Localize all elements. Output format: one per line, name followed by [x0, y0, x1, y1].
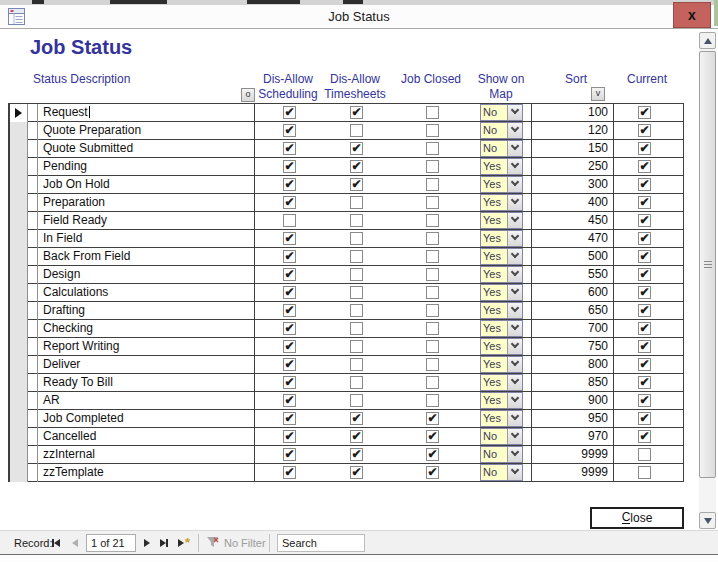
- current-checkbox[interactable]: [638, 250, 651, 263]
- sort-value-cell[interactable]: 750: [531, 338, 614, 356]
- show-on-map-combo[interactable]: Yes: [480, 176, 523, 193]
- status-description-cell[interactable]: Checking: [38, 320, 255, 338]
- sort-value-cell[interactable]: 500: [531, 248, 614, 266]
- dis-allow-scheduling-checkbox[interactable]: [283, 178, 296, 191]
- current-checkbox[interactable]: [638, 430, 651, 443]
- sort-header-mini-button[interactable]: v: [591, 87, 605, 101]
- record-selector[interactable]: [10, 284, 28, 302]
- dis-allow-scheduling-checkbox[interactable]: [283, 124, 296, 137]
- sort-value-cell[interactable]: 450: [531, 212, 614, 230]
- status-description-cell[interactable]: Design: [38, 266, 255, 284]
- show-on-map-combo[interactable]: Yes: [480, 158, 523, 175]
- show-on-map-combo[interactable]: No: [480, 464, 523, 481]
- dis-allow-timesheets-checkbox[interactable]: [350, 286, 363, 299]
- status-description-cell[interactable]: Ready To Bill: [38, 374, 255, 392]
- show-on-map-combo[interactable]: No: [480, 446, 523, 463]
- status-description-cell[interactable]: Quote Preparation: [38, 122, 255, 140]
- job-closed-checkbox[interactable]: [426, 232, 439, 245]
- record-selector[interactable]: [10, 464, 28, 482]
- dis-allow-timesheets-checkbox[interactable]: [350, 178, 363, 191]
- job-closed-checkbox[interactable]: [426, 304, 439, 317]
- show-on-map-dropdown-button[interactable]: [507, 375, 522, 390]
- job-closed-checkbox[interactable]: [426, 196, 439, 209]
- status-description-cell[interactable]: zzInternal: [38, 446, 255, 464]
- job-closed-checkbox[interactable]: [426, 412, 439, 425]
- dis-allow-timesheets-checkbox[interactable]: [350, 142, 363, 155]
- status-description-cell[interactable]: AR: [38, 392, 255, 410]
- status-description-cell[interactable]: Back From Field: [38, 248, 255, 266]
- dis-allow-scheduling-checkbox[interactable]: [283, 340, 296, 353]
- sort-value-cell[interactable]: 800: [531, 356, 614, 374]
- dis-allow-scheduling-checkbox[interactable]: [283, 214, 296, 227]
- show-on-map-dropdown-button[interactable]: [507, 231, 522, 246]
- dis-allow-timesheets-checkbox[interactable]: [350, 448, 363, 461]
- record-selector[interactable]: [10, 302, 28, 320]
- current-checkbox[interactable]: [638, 196, 651, 209]
- current-checkbox[interactable]: [638, 232, 651, 245]
- job-closed-checkbox[interactable]: [426, 394, 439, 407]
- dis-allow-scheduling-checkbox[interactable]: [283, 160, 296, 173]
- dis-allow-timesheets-checkbox[interactable]: [350, 124, 363, 137]
- dis-allow-scheduling-checkbox[interactable]: [283, 196, 296, 209]
- sort-value-cell[interactable]: 550: [531, 266, 614, 284]
- record-selector[interactable]: [10, 374, 28, 392]
- job-closed-checkbox[interactable]: [426, 124, 439, 137]
- job-closed-checkbox[interactable]: [426, 340, 439, 353]
- job-closed-checkbox[interactable]: [426, 358, 439, 371]
- show-on-map-combo[interactable]: No: [480, 104, 523, 121]
- show-on-map-combo[interactable]: Yes: [480, 356, 523, 373]
- current-checkbox[interactable]: [638, 160, 651, 173]
- record-selector[interactable]: [10, 212, 28, 230]
- job-closed-checkbox[interactable]: [426, 322, 439, 335]
- sort-value-cell[interactable]: 650: [531, 302, 614, 320]
- record-selector[interactable]: [10, 320, 28, 338]
- show-on-map-combo[interactable]: Yes: [480, 320, 523, 337]
- record-selector[interactable]: [10, 122, 28, 140]
- record-selector[interactable]: [10, 248, 28, 266]
- sort-value-cell[interactable]: 600: [531, 284, 614, 302]
- sort-value-cell[interactable]: 250: [531, 158, 614, 176]
- current-checkbox[interactable]: [638, 286, 651, 299]
- show-on-map-combo[interactable]: No: [480, 428, 523, 445]
- show-on-map-combo[interactable]: Yes: [480, 266, 523, 283]
- show-on-map-dropdown-button[interactable]: [507, 339, 522, 354]
- status-description-cell[interactable]: Preparation: [38, 194, 255, 212]
- sort-value-cell[interactable]: 900: [531, 392, 614, 410]
- show-on-map-combo[interactable]: No: [480, 140, 523, 157]
- dis-allow-timesheets-checkbox[interactable]: [350, 376, 363, 389]
- current-checkbox[interactable]: [638, 124, 651, 137]
- status-description-cell[interactable]: Request: [38, 104, 255, 122]
- dis-allow-timesheets-checkbox[interactable]: [350, 250, 363, 263]
- dis-allow-scheduling-checkbox[interactable]: [283, 448, 296, 461]
- vertical-scrollbar[interactable]: [699, 32, 716, 529]
- job-closed-checkbox[interactable]: [426, 268, 439, 281]
- status-description-cell[interactable]: Report Writing: [38, 338, 255, 356]
- status-description-cell[interactable]: Cancelled: [38, 428, 255, 446]
- dis-allow-timesheets-checkbox[interactable]: [350, 466, 363, 479]
- dis-allow-scheduling-checkbox[interactable]: [283, 106, 296, 119]
- record-selector[interactable]: [10, 410, 28, 428]
- dis-allow-timesheets-checkbox[interactable]: [350, 358, 363, 371]
- dis-allow-timesheets-checkbox[interactable]: [350, 340, 363, 353]
- show-on-map-combo[interactable]: Yes: [480, 284, 523, 301]
- record-selector[interactable]: [10, 104, 28, 122]
- current-checkbox[interactable]: [638, 304, 651, 317]
- job-closed-checkbox[interactable]: [426, 448, 439, 461]
- record-selector[interactable]: [10, 140, 28, 158]
- current-checkbox[interactable]: [638, 142, 651, 155]
- dis-allow-timesheets-checkbox[interactable]: [350, 268, 363, 281]
- current-checkbox[interactable]: [638, 448, 651, 461]
- sort-value-cell[interactable]: 9999: [531, 464, 614, 482]
- record-selector[interactable]: [10, 266, 28, 284]
- dis-allow-timesheets-checkbox[interactable]: [350, 232, 363, 245]
- record-selector[interactable]: [10, 158, 28, 176]
- sort-value-cell[interactable]: 850: [531, 374, 614, 392]
- job-closed-checkbox[interactable]: [426, 466, 439, 479]
- show-on-map-dropdown-button[interactable]: [507, 429, 522, 444]
- show-on-map-combo[interactable]: No: [480, 122, 523, 139]
- next-record-button[interactable]: [144, 531, 150, 555]
- show-on-map-dropdown-button[interactable]: [507, 177, 522, 192]
- current-checkbox[interactable]: [638, 322, 651, 335]
- current-checkbox[interactable]: [638, 178, 651, 191]
- show-on-map-combo[interactable]: Yes: [480, 194, 523, 211]
